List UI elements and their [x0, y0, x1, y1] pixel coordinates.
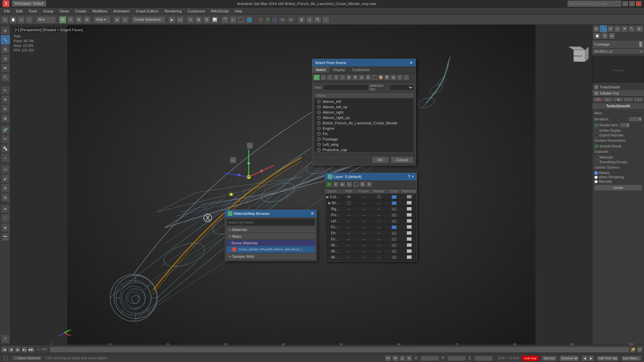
- layer-hilight-btn[interactable]: ⬛: [353, 181, 359, 187]
- key-filters-btn[interactable]: Key Filters...: [621, 356, 641, 361]
- layer-btn[interactable]: ☰: [203, 16, 210, 23]
- menu-create[interactable]: Create: [72, 8, 89, 14]
- snap-2d-btn[interactable]: 2D: [385, 355, 391, 361]
- layer-add-sel-btn[interactable]: ⊕: [339, 181, 345, 187]
- select-move-btn[interactable]: ✛: [59, 16, 66, 23]
- rp-utility-icon[interactable]: 🔨: [628, 25, 635, 32]
- layer-color-cell[interactable]: [386, 250, 401, 253]
- scale-btn[interactable]: ⊞: [75, 16, 83, 23]
- ts-update-button[interactable]: Update: [594, 185, 642, 191]
- percent-snap-btn[interactable]: %: [314, 16, 321, 23]
- select-cancel-button[interactable]: Cancel: [391, 157, 414, 163]
- layer-color-cell[interactable]: [386, 201, 401, 205]
- turbosm-modifier-item[interactable]: T TurboSmooth: [592, 84, 644, 90]
- material-dialog-close[interactable]: ✕: [311, 211, 314, 216]
- timeline-prev-btn[interactable]: ◀: [8, 347, 14, 353]
- ribbon-btn[interactable]: 📊: [211, 16, 218, 23]
- navigation-cube[interactable]: FRONT: [569, 45, 589, 65]
- constraint-x-btn[interactable]: X: [257, 16, 264, 23]
- sd-view-btn[interactable]: 👁: [352, 74, 358, 80]
- ts-explicit-normals-checkbox[interactable]: [594, 133, 598, 137]
- minimize-button[interactable]: —: [623, 1, 628, 6]
- rp-extra1-icon[interactable]: ⊞: [635, 25, 643, 32]
- select-dialog-title[interactable]: Select From Scene ✕: [312, 59, 416, 66]
- select-by-name-btn[interactable]: 📋: [9, 16, 17, 23]
- spinner-snap-btn[interactable]: ↕: [322, 16, 329, 23]
- tool-bone-btn[interactable]: 🦴: [1, 144, 10, 153]
- tool-mirror-btn[interactable]: ⇔: [1, 204, 10, 213]
- angle-snap-status-btn[interactable]: ∠: [399, 355, 406, 361]
- set-key-button[interactable]: Set Key: [542, 356, 557, 361]
- rp-extra2-icon[interactable]: 📋: [593, 33, 601, 39]
- rp-modify-icon[interactable]: 🔧: [600, 25, 607, 32]
- reference-coord-dropdown[interactable]: View ▾: [94, 16, 110, 23]
- tool-select-btn[interactable]: ↖: [1, 86, 10, 95]
- rp-display-icon[interactable]: 👁: [621, 25, 628, 32]
- layer-settings-btn[interactable]: ⚙: [360, 181, 366, 187]
- layer-row-protective-cap[interactable]: Protective_cap — — —: [325, 212, 417, 218]
- sd-collapse-btn[interactable]: −: [403, 74, 409, 80]
- filter-dropdown[interactable]: All ▾: [36, 16, 56, 23]
- rect-selection-btn[interactable]: ▭: [17, 16, 25, 23]
- tool-scale-btn[interactable]: ⊞: [1, 114, 10, 123]
- menu-tools[interactable]: Tools: [26, 8, 40, 14]
- menu-graph-editors[interactable]: Graph Editors: [133, 8, 161, 14]
- create-panel-btn[interactable]: ⊕: [1, 26, 10, 35]
- rp-hierarchy-icon[interactable]: ⊡: [607, 25, 614, 32]
- select-item-fuselage[interactable]: Fuselage: [315, 136, 413, 142]
- render-env-btn[interactable]: 🌐: [246, 16, 253, 23]
- timeline-next-btn[interactable]: ▶|: [21, 347, 28, 353]
- tool-help-btn[interactable]: ?: [1, 335, 10, 343]
- sd-material-btn[interactable]: ⬛: [371, 74, 377, 80]
- rotate-btn[interactable]: ↻: [67, 16, 74, 23]
- z-coord-input[interactable]: [474, 356, 493, 361]
- layer-row-aileron-right[interactable]: Aileron_right — — —: [325, 248, 417, 254]
- selection-set-dropdown[interactable]: Create Selection▾: [132, 16, 165, 23]
- auto-key-button[interactable]: Auto Key: [522, 356, 539, 361]
- sd-find-btn[interactable]: 🔍: [384, 74, 390, 80]
- sd-none-btn[interactable]: ○: [327, 74, 333, 80]
- ts-render-iters-checkbox[interactable]: ✓: [594, 123, 598, 127]
- rp-extra4-icon[interactable]: ⊕: [608, 33, 615, 39]
- align-sel-btn[interactable]: ⊠: [195, 16, 202, 23]
- timeline-start-btn[interactable]: |◀: [1, 347, 7, 353]
- layer-help-btn[interactable]: ?: [408, 174, 410, 179]
- ts-materials-checkbox[interactable]: [594, 155, 598, 159]
- snap-toggle-btn[interactable]: ⊕: [298, 16, 305, 23]
- ts-isoline-checkbox[interactable]: [594, 128, 598, 132]
- layer-color-cell[interactable]: [386, 256, 401, 259]
- menu-animation[interactable]: Animation: [111, 8, 132, 14]
- layer-row-aileron-right-up[interactable]: Aileron_right_up — — —: [325, 242, 417, 248]
- menu-modifiers[interactable]: Modifiers: [90, 8, 110, 14]
- timeline-end-btn[interactable]: ▶▶|: [28, 347, 34, 353]
- ts-iterations-input[interactable]: [629, 117, 642, 122]
- tool-move-btn[interactable]: ✛: [1, 95, 10, 104]
- layer-new-btn[interactable]: +: [326, 181, 332, 187]
- layer-color-cell[interactable]: [386, 214, 401, 217]
- select-item-engine[interactable]: Engine: [315, 126, 413, 131]
- select-item-left-wing[interactable]: Left_wing: [315, 142, 413, 147]
- ts-when-rendering-radio[interactable]: [594, 176, 598, 179]
- select-find-input[interactable]: [323, 84, 368, 90]
- menu-rendering[interactable]: Rendering: [162, 8, 184, 14]
- editpoly-modifier-item[interactable]: E Editable Poly: [592, 90, 644, 96]
- sd-show-subtree-btn[interactable]: ⊕: [390, 74, 396, 80]
- down-btn[interactable]: ↓: [634, 97, 643, 102]
- layer-color-cell[interactable]: [386, 207, 401, 211]
- tool-rotate-btn[interactable]: ↻: [1, 105, 10, 113]
- layer-color-cell[interactable]: [386, 226, 401, 229]
- key-filter-dropdown[interactable]: Selected: [559, 355, 579, 361]
- align-btn[interactable]: ≡: [121, 16, 129, 23]
- sd-filter-btn[interactable]: ▽: [333, 74, 339, 80]
- constraint-y-btn[interactable]: Y: [264, 16, 271, 23]
- menu-customize[interactable]: Customize: [185, 8, 208, 14]
- menu-maxscript[interactable]: MAXScript: [208, 8, 231, 14]
- layer-row-default[interactable]: ▶ 0 (default) —: [325, 194, 417, 200]
- layer-color-cell[interactable]: [386, 238, 401, 241]
- tool-paint-btn[interactable]: 🖌: [1, 174, 10, 183]
- display-panel-btn[interactable]: 👁: [1, 64, 10, 72]
- snap-3d-btn[interactable]: 3D: [392, 355, 399, 361]
- layer-color-cell[interactable]: [386, 232, 401, 235]
- material-editor-btn[interactable]: ⬛: [237, 16, 245, 23]
- close-button[interactable]: ×: [636, 1, 641, 6]
